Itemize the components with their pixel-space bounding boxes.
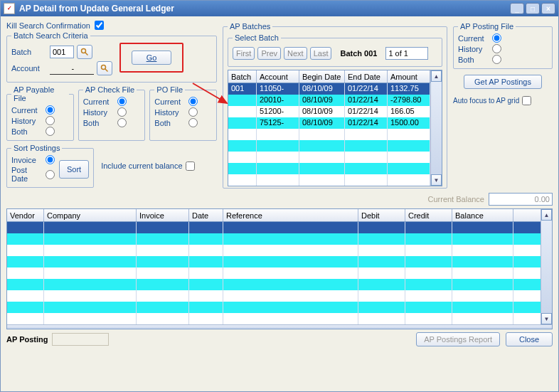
batches-row[interactable] <box>228 129 430 140</box>
po-option[interactable]: History <box>154 107 212 117</box>
batches-row[interactable]: 00111050-08/10/0901/22/141132.75 <box>228 83 430 95</box>
detail-row[interactable] <box>7 267 541 279</box>
detail-cell <box>189 302 223 313</box>
ap-check-file: AP Check File CurrentHistoryBoth <box>78 85 146 141</box>
batches-row[interactable]: 20010-08/10/0901/22/14-2798.80 <box>228 95 430 106</box>
batches-cell <box>345 152 388 163</box>
ap-check-legend: AP Check File <box>83 85 137 94</box>
maximize-button[interactable]: □ <box>526 3 540 14</box>
last-button[interactable]: Last <box>310 47 332 60</box>
posting-radio[interactable] <box>492 55 501 64</box>
detail-col-header[interactable]: Invoice <box>137 209 189 221</box>
batches-cell: 1132.75 <box>388 83 430 95</box>
batches-row[interactable] <box>228 163 430 174</box>
payable-radio[interactable] <box>46 105 55 115</box>
account-lookup-button[interactable] <box>97 61 112 75</box>
account-input[interactable] <box>50 62 94 75</box>
detail-row[interactable] <box>7 279 541 290</box>
posting-option[interactable]: Both <box>458 55 548 64</box>
posting-option[interactable]: History <box>458 44 548 53</box>
detail-row[interactable] <box>7 245 541 256</box>
minimize-button[interactable]: _ <box>510 3 524 14</box>
detail-cell <box>137 302 189 313</box>
get-ap-postings-button[interactable]: Get AP Postings <box>464 75 542 89</box>
detail-col-header[interactable]: Balance <box>452 209 513 221</box>
batch-page[interactable] <box>385 47 428 60</box>
detail-cell <box>452 290 513 302</box>
batch-input[interactable] <box>50 46 74 58</box>
batch-label: Batch <box>11 48 47 56</box>
payable-option[interactable]: History <box>11 116 69 125</box>
detail-cell <box>452 222 513 233</box>
batches-col-header[interactable]: Begin Date <box>299 70 345 83</box>
batches-row[interactable]: 51200-08/10/0901/22/14166.05 <box>228 106 430 117</box>
scroll-up-icon[interactable]: ▲ <box>431 70 442 82</box>
detail-cell <box>189 233 223 245</box>
detail-scrollbar-h[interactable] <box>7 324 552 329</box>
sort-option[interactable]: Post Date <box>11 166 55 183</box>
batches-col-header[interactable]: Batch <box>228 70 257 83</box>
batches-col-header[interactable]: End Date <box>345 70 388 83</box>
prev-button[interactable]: Prev <box>257 47 281 60</box>
detail-col-header[interactable]: Vendor <box>7 209 44 221</box>
posting-radio[interactable] <box>492 44 501 53</box>
next-button[interactable]: Next <box>284 47 307 60</box>
sort-radio[interactable] <box>46 170 55 179</box>
po-option[interactable]: Both <box>154 118 212 127</box>
po-radio[interactable] <box>188 107 198 117</box>
check-option[interactable]: History <box>83 107 141 117</box>
po-radio[interactable] <box>188 118 198 127</box>
check-radio[interactable] <box>117 118 127 127</box>
po-option[interactable]: Current <box>154 97 212 106</box>
batches-scrollbar[interactable]: ▲ ▼ <box>430 70 442 186</box>
scroll-down-icon[interactable]: ▼ <box>431 174 442 186</box>
batches-row[interactable] <box>228 140 430 152</box>
payable-radio[interactable] <box>46 127 55 136</box>
detail-cell <box>223 302 358 313</box>
sort-button[interactable]: Sort <box>59 160 89 179</box>
auto-focus-checkbox[interactable] <box>522 96 531 105</box>
go-button[interactable]: Go <box>132 51 171 65</box>
detail-col-header[interactable]: Debit <box>358 209 405 221</box>
payable-radio[interactable] <box>46 116 55 125</box>
detail-row[interactable] <box>7 302 541 313</box>
check-radio[interactable] <box>117 107 127 117</box>
batches-row[interactable]: 75125-08/10/0901/22/141500.00 <box>228 117 430 129</box>
sort-radio[interactable] <box>46 155 55 164</box>
detail-col-header[interactable]: Reference <box>223 209 358 221</box>
posting-option[interactable]: Current <box>458 33 548 43</box>
sort-option[interactable]: Invoice <box>11 155 55 164</box>
detail-row[interactable] <box>7 290 541 302</box>
check-option[interactable]: Current <box>83 97 141 106</box>
detail-col-header[interactable]: Credit <box>405 209 452 221</box>
include-balance-checkbox[interactable] <box>186 161 195 171</box>
check-option[interactable]: Both <box>83 118 141 127</box>
batch-lookup-button[interactable] <box>77 45 92 59</box>
scroll-up-icon[interactable]: ▲ <box>541 209 552 221</box>
batches-col-header[interactable]: Amount <box>388 70 430 83</box>
close-button[interactable]: Close <box>506 332 553 346</box>
detail-row[interactable] <box>7 313 541 324</box>
payable-option[interactable]: Both <box>11 127 69 136</box>
batches-col-header[interactable]: Account <box>257 70 299 83</box>
check-radio[interactable] <box>117 97 127 106</box>
ap-postings-report-button[interactable]: AP Postings Report <box>416 332 500 346</box>
first-button[interactable]: First <box>233 47 255 60</box>
batches-cell: 11050- <box>257 83 299 95</box>
kill-search-checkbox[interactable] <box>95 21 104 30</box>
po-radio[interactable] <box>188 97 198 106</box>
posting-radio[interactable] <box>492 33 501 43</box>
close-window-button[interactable]: × <box>541 3 555 14</box>
batches-row[interactable] <box>228 174 430 186</box>
payable-option[interactable]: Current <box>11 105 69 115</box>
scroll-down-icon[interactable]: ▼ <box>541 313 552 324</box>
detail-row[interactable] <box>7 222 541 233</box>
detail-scrollbar-v[interactable]: ▲ ▼ <box>541 209 552 324</box>
detail-row[interactable] <box>7 233 541 245</box>
batches-row[interactable] <box>228 152 430 163</box>
detail-col-header[interactable]: Date <box>189 209 223 221</box>
ap-posting-input[interactable] <box>52 333 109 346</box>
detail-cell <box>452 302 513 313</box>
detail-row[interactable] <box>7 256 541 267</box>
detail-col-header[interactable]: Company <box>44 209 137 221</box>
